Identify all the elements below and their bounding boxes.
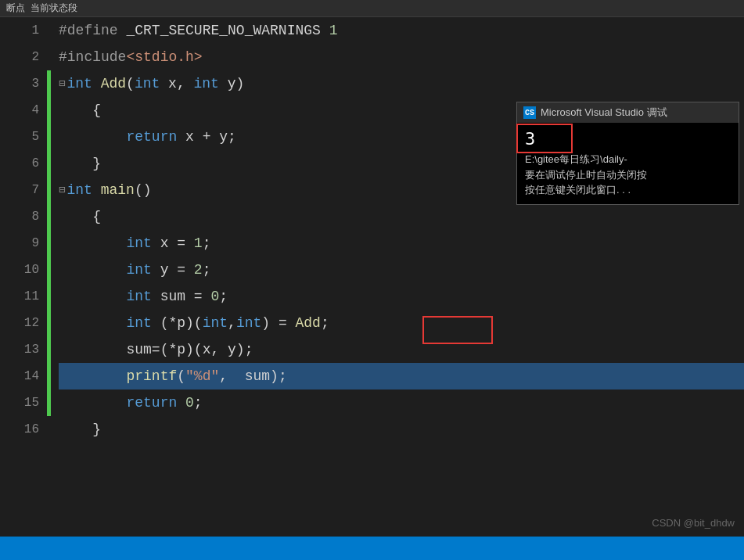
line1-define: #define (59, 17, 126, 44)
code-line-7: ⊟ int main () (59, 177, 744, 203)
line12-add: Add (296, 310, 321, 336)
line8-brace: { (59, 203, 101, 230)
line9-indent (59, 230, 126, 257)
line12-kw3: int (236, 310, 261, 336)
code-line-12: int (*p)( int , int ) = Add ; (59, 310, 744, 336)
line-num-10: 10 (24, 257, 39, 283)
line-num-5: 5 (31, 124, 39, 150)
line2-file: <stdio.h> (126, 44, 202, 70)
line9-kw: int (126, 230, 160, 257)
line12-kw: int (126, 310, 160, 336)
code-container: 1 2 3 4 5 6 7 8 9 10 11 12 13 14 15 16 (0, 17, 744, 537)
line7-kw: int (66, 177, 100, 203)
line4-brace: { (59, 97, 101, 124)
line14-printf: printf (126, 363, 177, 389)
line13-expr: sum=(*p)(x, y); (126, 336, 253, 363)
line14-str: "%d" (185, 363, 219, 389)
line7-paren: () (135, 177, 152, 203)
line-num-11: 11 (24, 283, 39, 310)
editor-area: 断点 当前状态段 1 2 3 4 5 6 7 8 9 10 11 12 13 1… (0, 0, 744, 560)
line-num-3: 3 (31, 70, 39, 97)
code-line-4: { (59, 97, 744, 124)
line15-return: return (126, 389, 185, 416)
line5-return: return (126, 124, 185, 150)
line-num-2: 2 (31, 44, 39, 70)
line12-ptr: (*p)( (160, 310, 203, 336)
line15-semi: ; (194, 389, 203, 416)
code-line-15: return 0 ; (59, 389, 744, 416)
line3-x: x, (168, 70, 193, 97)
collapse-icon-3: ⊟ (59, 70, 65, 97)
code-line-14: printf ( "%d" , sum); (59, 363, 744, 389)
top-bar-text: 断点 当前状态段 (6, 2, 77, 15)
line1-macro-val: 1 (329, 17, 338, 44)
line11-var: sum = (160, 283, 211, 310)
line9-num: 1 (194, 230, 203, 257)
line3-kw-int: int (66, 70, 100, 97)
line10-num: 2 (194, 257, 203, 283)
line11-indent (59, 283, 126, 310)
line10-semi: ; (203, 257, 211, 283)
line-num-14: 14 (24, 363, 39, 389)
line9-var: x = (160, 230, 194, 257)
line-num-1: 1 (31, 17, 39, 44)
line-num-16: 16 (24, 416, 39, 443)
line9-semi: ; (203, 230, 211, 257)
code-line-9: int x = 1 ; (59, 230, 744, 257)
code-line-8: { (59, 203, 744, 230)
top-bar: 断点 当前状态段 (0, 0, 744, 17)
line-num-6: 6 (31, 150, 39, 177)
line3-kw-int3: int (194, 70, 228, 97)
line12-indent (59, 310, 126, 336)
line-num-12: 12 (24, 310, 39, 336)
line3-paren: ( (126, 70, 135, 97)
line-numbers: 1 2 3 4 5 6 7 8 9 10 11 12 13 14 15 16 (0, 17, 47, 537)
line12-semi: ; (321, 310, 329, 336)
line3-fn: Add (101, 70, 126, 97)
code-line-16: } (59, 416, 744, 443)
line10-indent (59, 257, 126, 283)
line16-brace: } (59, 416, 101, 443)
bottom-bar (0, 537, 744, 560)
line6-brace: } (59, 150, 101, 177)
line-num-7: 7 (31, 177, 39, 203)
collapse-icon-7: ⊟ (59, 177, 65, 203)
code-lines: #define _CRT_SECURE_NO_WARNINGS 1 #inclu… (51, 17, 744, 537)
line14-args: , sum); (219, 363, 286, 389)
line7-main: main (101, 177, 135, 203)
line12-comma: , (228, 310, 236, 336)
code-line-2: #include <stdio.h> (59, 44, 744, 70)
code-line-6: } (59, 150, 744, 177)
line15-indent (59, 389, 126, 416)
code-line-11: int sum = 0 ; (59, 283, 744, 310)
line1-macro-name: _CRT_SECURE_NO_WARNINGS (126, 17, 329, 44)
code-line-10: int y = 2 ; (59, 257, 744, 283)
line14-indent (59, 363, 126, 389)
line15-num: 0 (185, 389, 194, 416)
line5-expr: x + y; (185, 124, 236, 150)
line2-include: #include (59, 44, 126, 70)
line13-indent (59, 336, 126, 363)
code-line-3: ⊟ int Add ( int x, int y) (59, 70, 744, 97)
line3-kw-int2: int (135, 70, 168, 97)
line11-kw: int (126, 283, 160, 310)
line5-indent (59, 124, 126, 150)
line11-semi: ; (219, 283, 228, 310)
line10-kw: int (126, 257, 160, 283)
line-num-15: 15 (24, 389, 39, 416)
line-num-8: 8 (31, 203, 39, 230)
line14-paren: ( (177, 363, 185, 389)
line12-kw2: int (203, 310, 228, 336)
line10-var: y = (160, 257, 194, 283)
code-line-5: return x + y; (59, 124, 744, 150)
line-num-13: 13 (24, 336, 39, 363)
code-line-13: sum=(*p)(x, y); (59, 336, 744, 363)
line-num-9: 9 (31, 230, 39, 257)
line-num-4: 4 (31, 97, 39, 124)
line11-num: 0 (210, 283, 219, 310)
line12-eq: ) = (261, 310, 295, 336)
line3-y: y) (228, 70, 245, 97)
code-line-1: #define _CRT_SECURE_NO_WARNINGS 1 (59, 17, 744, 44)
